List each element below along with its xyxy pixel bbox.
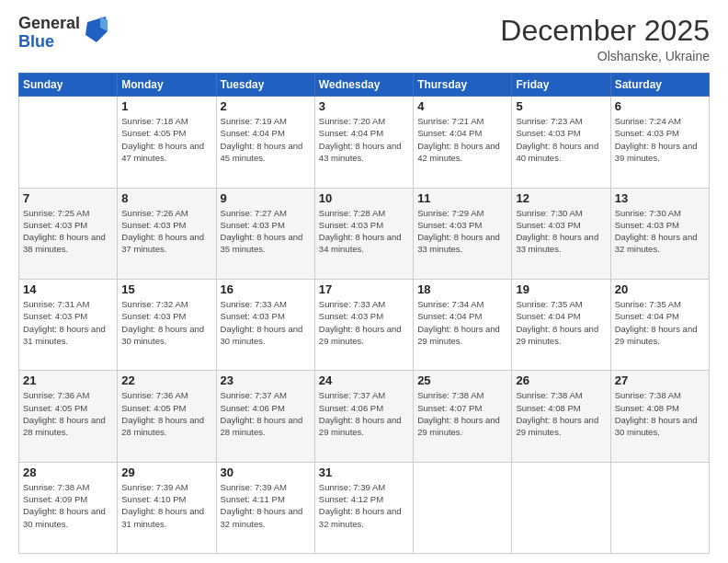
day-number: 21	[23, 373, 113, 387]
calendar-week-row-3: 14 Sunrise: 7:31 AMSunset: 4:03 PMDaylig…	[19, 279, 710, 370]
calendar-cell: 23 Sunrise: 7:37 AMSunset: 4:06 PMDaylig…	[216, 371, 314, 462]
calendar-cell: 19 Sunrise: 7:35 AMSunset: 4:04 PMDaylig…	[512, 279, 610, 370]
day-number: 8	[121, 191, 211, 205]
day-info: Sunrise: 7:39 AMSunset: 4:11 PMDaylight:…	[221, 481, 311, 530]
day-number: 22	[121, 373, 211, 387]
day-info: Sunrise: 7:37 AMSunset: 4:06 PMDaylight:…	[319, 389, 409, 438]
day-info: Sunrise: 7:35 AMSunset: 4:04 PMDaylight:…	[615, 298, 705, 347]
day-info: Sunrise: 7:38 AMSunset: 4:09 PMDaylight:…	[23, 481, 113, 530]
day-number: 17	[319, 282, 409, 296]
day-number: 1	[121, 99, 211, 113]
calendar-cell: 27 Sunrise: 7:38 AMSunset: 4:08 PMDaylig…	[610, 371, 709, 462]
calendar-cell: 29 Sunrise: 7:39 AMSunset: 4:10 PMDaylig…	[118, 462, 216, 553]
day-number: 7	[23, 191, 113, 205]
calendar-cell: 30 Sunrise: 7:39 AMSunset: 4:11 PMDaylig…	[216, 462, 314, 553]
calendar-cell: 2 Sunrise: 7:19 AMSunset: 4:04 PMDayligh…	[216, 97, 314, 188]
calendar-cell: 20 Sunrise: 7:35 AMSunset: 4:04 PMDaylig…	[610, 279, 709, 370]
day-info: Sunrise: 7:38 AMSunset: 4:08 PMDaylight:…	[615, 389, 705, 438]
day-number: 16	[221, 282, 311, 296]
day-number: 6	[615, 99, 705, 113]
calendar-cell: 15 Sunrise: 7:32 AMSunset: 4:03 PMDaylig…	[118, 279, 216, 370]
calendar-cell: 8 Sunrise: 7:26 AMSunset: 4:03 PMDayligh…	[118, 188, 216, 279]
calendar-cell	[512, 462, 610, 553]
calendar-cell: 1 Sunrise: 7:18 AMSunset: 4:05 PMDayligh…	[118, 97, 216, 188]
day-info: Sunrise: 7:36 AMSunset: 4:05 PMDaylight:…	[23, 389, 113, 438]
calendar-cell: 18 Sunrise: 7:34 AMSunset: 4:04 PMDaylig…	[414, 279, 512, 370]
day-number: 23	[221, 373, 311, 387]
calendar-cell: 14 Sunrise: 7:31 AMSunset: 4:03 PMDaylig…	[19, 279, 118, 370]
day-info: Sunrise: 7:29 AMSunset: 4:03 PMDaylight:…	[417, 207, 507, 256]
page: General Blue December 2025 Olshanske, Uk…	[0, 0, 728, 563]
logo-general: General	[18, 15, 80, 33]
month-title: December 2025	[500, 15, 710, 47]
calendar-cell: 22 Sunrise: 7:36 AMSunset: 4:05 PMDaylig…	[118, 371, 216, 462]
day-info: Sunrise: 7:35 AMSunset: 4:04 PMDaylight:…	[516, 298, 606, 347]
calendar-cell: 13 Sunrise: 7:30 AMSunset: 4:03 PMDaylig…	[610, 188, 709, 279]
day-number: 14	[23, 282, 113, 296]
day-info: Sunrise: 7:32 AMSunset: 4:03 PMDaylight:…	[121, 298, 211, 347]
day-info: Sunrise: 7:38 AMSunset: 4:07 PMDaylight:…	[417, 389, 507, 438]
calendar-cell: 26 Sunrise: 7:38 AMSunset: 4:08 PMDaylig…	[512, 371, 610, 462]
calendar-cell: 10 Sunrise: 7:28 AMSunset: 4:03 PMDaylig…	[314, 188, 413, 279]
location: Olshanske, Ukraine	[500, 49, 710, 63]
day-info: Sunrise: 7:27 AMSunset: 4:03 PMDaylight:…	[221, 207, 311, 256]
header-saturday: Saturday	[610, 74, 709, 97]
day-info: Sunrise: 7:24 AMSunset: 4:03 PMDaylight:…	[615, 115, 705, 164]
day-number: 31	[319, 465, 409, 479]
day-number: 25	[417, 373, 507, 387]
calendar-week-row-2: 7 Sunrise: 7:25 AMSunset: 4:03 PMDayligh…	[19, 188, 710, 279]
day-number: 3	[319, 99, 409, 113]
day-info: Sunrise: 7:18 AMSunset: 4:05 PMDaylight:…	[121, 115, 211, 164]
day-info: Sunrise: 7:31 AMSunset: 4:03 PMDaylight:…	[23, 298, 113, 347]
day-number: 11	[417, 191, 507, 205]
header-monday: Monday	[118, 74, 216, 97]
day-info: Sunrise: 7:30 AMSunset: 4:03 PMDaylight:…	[615, 207, 705, 256]
header-sunday: Sunday	[19, 74, 118, 97]
day-info: Sunrise: 7:36 AMSunset: 4:05 PMDaylight:…	[121, 389, 211, 438]
day-number: 15	[121, 282, 211, 296]
day-info: Sunrise: 7:30 AMSunset: 4:03 PMDaylight:…	[516, 207, 606, 256]
calendar-cell: 17 Sunrise: 7:33 AMSunset: 4:03 PMDaylig…	[314, 279, 413, 370]
calendar-cell: 11 Sunrise: 7:29 AMSunset: 4:03 PMDaylig…	[414, 188, 512, 279]
day-info: Sunrise: 7:39 AMSunset: 4:10 PMDaylight:…	[121, 481, 211, 530]
calendar-cell: 21 Sunrise: 7:36 AMSunset: 4:05 PMDaylig…	[19, 371, 118, 462]
day-info: Sunrise: 7:33 AMSunset: 4:03 PMDaylight:…	[319, 298, 409, 347]
header-tuesday: Tuesday	[216, 74, 314, 97]
calendar-week-row-1: 1 Sunrise: 7:18 AMSunset: 4:05 PMDayligh…	[19, 97, 710, 188]
calendar-cell: 9 Sunrise: 7:27 AMSunset: 4:03 PMDayligh…	[216, 188, 314, 279]
day-number: 20	[615, 282, 705, 296]
day-info: Sunrise: 7:23 AMSunset: 4:03 PMDaylight:…	[516, 115, 606, 164]
day-number: 10	[319, 191, 409, 205]
calendar-cell: 5 Sunrise: 7:23 AMSunset: 4:03 PMDayligh…	[512, 97, 610, 188]
logo: General Blue	[18, 15, 111, 52]
day-info: Sunrise: 7:21 AMSunset: 4:04 PMDaylight:…	[417, 115, 507, 164]
day-info: Sunrise: 7:26 AMSunset: 4:03 PMDaylight:…	[121, 207, 211, 256]
header-thursday: Thursday	[414, 74, 512, 97]
day-number: 9	[221, 191, 311, 205]
calendar-week-row-5: 28 Sunrise: 7:38 AMSunset: 4:09 PMDaylig…	[19, 462, 710, 553]
title-block: December 2025 Olshanske, Ukraine	[500, 15, 710, 63]
logo-blue: Blue	[18, 33, 80, 52]
day-info: Sunrise: 7:25 AMSunset: 4:03 PMDaylight:…	[23, 207, 113, 256]
day-number: 18	[417, 282, 507, 296]
day-info: Sunrise: 7:20 AMSunset: 4:04 PMDaylight:…	[319, 115, 409, 164]
day-info: Sunrise: 7:19 AMSunset: 4:04 PMDaylight:…	[221, 115, 311, 164]
calendar-cell	[19, 97, 118, 188]
day-number: 24	[319, 373, 409, 387]
day-number: 28	[23, 465, 113, 479]
calendar-cell	[414, 462, 512, 553]
day-number: 12	[516, 191, 606, 205]
day-number: 2	[221, 99, 311, 113]
calendar-cell: 28 Sunrise: 7:38 AMSunset: 4:09 PMDaylig…	[19, 462, 118, 553]
day-number: 13	[615, 191, 705, 205]
calendar-cell: 24 Sunrise: 7:37 AMSunset: 4:06 PMDaylig…	[314, 371, 413, 462]
calendar-cell: 4 Sunrise: 7:21 AMSunset: 4:04 PMDayligh…	[414, 97, 512, 188]
logo-text: General Blue	[18, 15, 80, 52]
day-number: 30	[221, 465, 311, 479]
calendar-cell	[610, 462, 709, 553]
calendar-cell: 6 Sunrise: 7:24 AMSunset: 4:03 PMDayligh…	[610, 97, 709, 188]
calendar-table: Sunday Monday Tuesday Wednesday Thursday…	[18, 73, 710, 554]
day-info: Sunrise: 7:33 AMSunset: 4:03 PMDaylight:…	[221, 298, 311, 347]
calendar-cell: 31 Sunrise: 7:39 AMSunset: 4:12 PMDaylig…	[314, 462, 413, 553]
day-number: 26	[516, 373, 606, 387]
